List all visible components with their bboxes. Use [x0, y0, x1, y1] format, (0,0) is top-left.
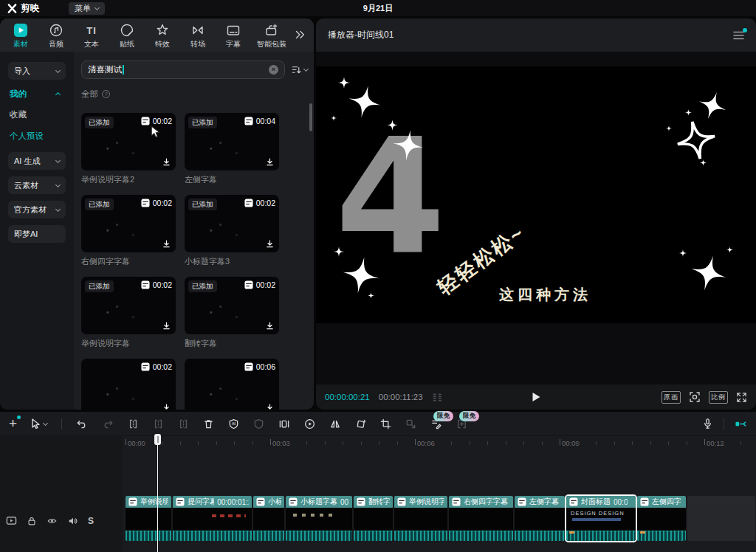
freeze-frame-button[interactable] [278, 418, 290, 429]
select-tool-button[interactable] [31, 418, 47, 429]
speaker-icon[interactable] [67, 516, 78, 526]
sidenav-item-我的[interactable]: 我的 [8, 86, 66, 101]
sidenav-item-导入[interactable]: 导入 [8, 62, 66, 80]
material-thumbnail[interactable]: 已添加00:02 [81, 113, 176, 170]
trim-right-button[interactable] [178, 418, 189, 429]
sidenav-item-即梦AI[interactable]: 即梦AI [8, 225, 66, 243]
fullscreen-icon[interactable] [736, 392, 747, 403]
material-card[interactable]: 已添加00:04左侧字幕 [185, 113, 279, 185]
download-icon[interactable] [162, 403, 171, 410]
filter-all-tab[interactable]: 全部 [81, 89, 98, 100]
tab-material[interactable]: 素材 [3, 22, 38, 49]
material-thumbnail[interactable]: 已添加00:04 [185, 113, 279, 170]
play-button[interactable] [531, 391, 542, 403]
sidenav-item-个人预设[interactable]: 个人预设 [8, 131, 66, 142]
add-media-button[interactable]: + [9, 418, 17, 429]
smart-mask-button[interactable]: AI [228, 418, 239, 429]
material-icon [13, 23, 28, 38]
material-card[interactable]: 已添加00:02翻转字幕 [185, 277, 279, 349]
material-card[interactable]: 已添加00:02举例说明字幕2 [81, 113, 176, 185]
download-icon[interactable] [162, 157, 171, 167]
tab-sticker[interactable]: 贴纸 [109, 22, 145, 49]
material-thumbnail[interactable]: 00:02 [81, 359, 176, 410]
download-icon[interactable] [265, 239, 275, 249]
material-card[interactable]: 已添加00:02举例说明字幕 [81, 277, 176, 349]
clear-search-icon[interactable]: × [269, 65, 278, 75]
group-button[interactable] [405, 418, 416, 429]
clip-header: 左侧字幕 [515, 496, 565, 508]
undo-button[interactable] [76, 418, 88, 429]
eye-icon[interactable] [47, 516, 58, 526]
redo-button[interactable] [102, 418, 114, 429]
download-icon[interactable] [162, 321, 171, 331]
split-button[interactable] [153, 418, 164, 429]
ratio-button[interactable]: 比例 [709, 391, 728, 404]
menu-button[interactable]: 菜单 [69, 2, 105, 15]
timeline-clip[interactable]: 右侧四字字幕 [449, 496, 513, 541]
tab-text[interactable]: TI文本 [74, 22, 109, 49]
download-icon[interactable] [265, 157, 275, 167]
record-voice-button[interactable] [702, 418, 713, 429]
sidenav-item-AI 生成[interactable]: AI 生成 [8, 152, 66, 170]
smart-captions-button[interactable]: 限免 [430, 418, 442, 429]
sidenav-item-收藏[interactable]: 收藏 [8, 109, 66, 120]
scrollbar[interactable] [309, 103, 312, 131]
material-thumbnail[interactable]: 00:06 [185, 359, 279, 410]
crop-button[interactable] [380, 418, 391, 429]
download-icon[interactable] [265, 403, 275, 410]
download-icon[interactable] [265, 321, 275, 331]
speed-button[interactable] [304, 418, 315, 429]
mic-icon [702, 418, 713, 429]
tab-effects[interactable]: 特效 [145, 22, 180, 49]
playhead[interactable] [154, 434, 161, 552]
video-canvas[interactable]: 4 轻轻松松~ 这四种方法 [316, 66, 756, 323]
expand-panel-button[interactable] [293, 28, 306, 41]
timeline-clip[interactable]: 举例说明字幕 [394, 496, 447, 541]
tab-transition[interactable]: 转场 [180, 22, 216, 49]
material-card[interactable]: 00:02 [81, 359, 176, 410]
ruler-tick [379, 441, 379, 445]
sort-button[interactable] [291, 64, 308, 75]
rotate-button[interactable] [355, 418, 366, 429]
search-input[interactable]: 清喜测试 × [81, 61, 285, 79]
beat-marker [569, 531, 574, 534]
focus-icon[interactable] [689, 391, 701, 403]
timeline-clip[interactable]: 翻转字幕 [354, 496, 393, 541]
timeline-clip[interactable]: 左侧四字 [637, 496, 686, 541]
text-template-button[interactable]: 限免 [456, 418, 467, 429]
tab-smartpack[interactable]: 智能包装 [251, 22, 292, 49]
playhead-handle[interactable] [154, 434, 161, 445]
sidenav-item-官方素材[interactable]: 官方素材 [8, 201, 66, 218]
tab-audio[interactable]: 音频 [38, 22, 74, 49]
time-ruler[interactable]: 00:0000:0300:0600:0900:12 [0, 435, 756, 453]
delete-button[interactable] [203, 418, 214, 429]
player-menu-button[interactable] [733, 31, 744, 40]
timeline-clip[interactable]: 小标题 [253, 496, 284, 541]
mask-button[interactable] [253, 418, 264, 429]
material-card[interactable]: 已添加00:02右侧四字字幕 [81, 195, 176, 267]
mirror-button[interactable] [329, 418, 341, 429]
timeline-clip[interactable]: 封面标题00:0DESIGN DESIGN [566, 496, 636, 541]
shield-icon [253, 418, 264, 429]
material-thumbnail[interactable]: 已添加00:02 [185, 195, 279, 252]
main-track-icon[interactable] [6, 515, 17, 526]
material-thumbnail[interactable]: 已添加00:02 [185, 277, 279, 334]
trim-left-button[interactable] [128, 418, 139, 429]
frame-list-icon[interactable] [432, 393, 443, 402]
solo-button[interactable]: S [88, 516, 94, 526]
download-icon[interactable] [162, 239, 171, 249]
material-card[interactable]: 00:06 [185, 359, 279, 410]
timeline-clip[interactable]: 左侧字幕 [515, 496, 565, 541]
auto-snap-button[interactable] [735, 418, 747, 429]
material-thumbnail[interactable]: 已添加00:02 [81, 277, 176, 334]
timeline-clip[interactable]: 小标题字幕00 [286, 496, 352, 541]
material-card[interactable]: 已添加00:02小标题字幕3 [185, 195, 279, 267]
timeline-clip[interactable]: 举例说明 [126, 496, 171, 541]
tab-captions[interactable]: 字幕 [216, 22, 251, 49]
timeline-clip[interactable]: 提问字幕00:00:01:2 [173, 496, 252, 541]
lock-icon[interactable] [27, 516, 37, 526]
material-thumbnail[interactable]: 已添加00:02 [81, 195, 176, 252]
sidenav-item-云素材[interactable]: 云素材 [8, 176, 66, 194]
sidenav-label: 云素材 [14, 180, 38, 191]
original-quality-button[interactable]: 原画 [662, 391, 681, 404]
